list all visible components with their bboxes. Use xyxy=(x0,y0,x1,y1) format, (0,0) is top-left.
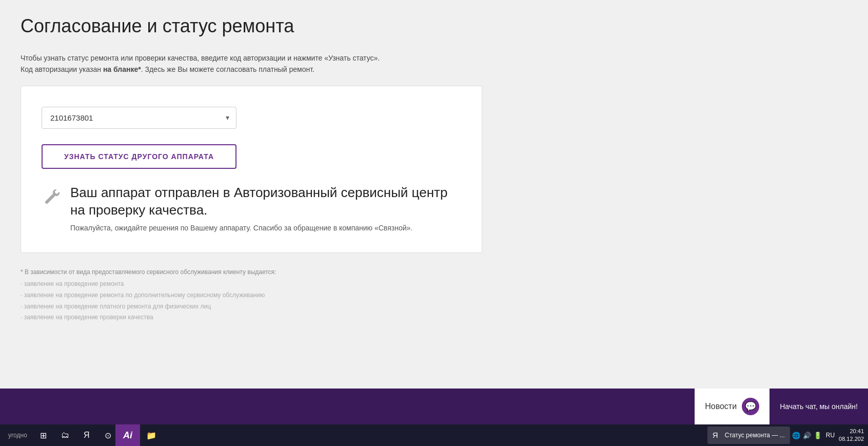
chat-cta-label: Начать чат, мы онлайн! xyxy=(780,402,858,411)
chrome-icon: ⊙ xyxy=(103,430,113,440)
chat-cta[interactable]: Начать чат, мы онлайн! xyxy=(770,389,868,424)
start-label: угодно xyxy=(8,432,27,439)
footnote-item: заявление на проведение ремонта xyxy=(21,279,482,290)
browser-tab-button[interactable]: Я Статус ремонта — ... xyxy=(707,426,790,444)
taskbar-right: 🌐 🔊 🔋 RU 20:41 08.12.202 xyxy=(792,428,864,443)
check-status-button[interactable]: УЗНАТЬ СТАТУС ДРУГОГО АППАРАТА xyxy=(42,144,236,169)
yandex-icon: Я xyxy=(82,430,92,440)
network-icon: 🌐 xyxy=(792,432,800,439)
status-text-block: Ваш аппарат отправлен в Авторизованный с… xyxy=(70,184,461,232)
dropdown-wrapper: 2101673801 ▾ xyxy=(42,107,236,129)
taskbar-left: угодно ⊞ 🗂 Я ⊙ 💬 📁 xyxy=(4,428,705,442)
footnote-block: * В зависимости от вида предоставляемого… xyxy=(21,263,482,328)
footnote-item: заявление на проведение платного ремонта… xyxy=(21,301,482,313)
language-indicator[interactable]: RU xyxy=(826,432,835,439)
chat-bubble-icon: 💬 xyxy=(742,398,759,415)
clock-display: 20:41 08.12.202 xyxy=(839,428,864,443)
date-value: 08.12.202 xyxy=(839,435,864,443)
taskbar: угодно ⊞ 🗂 Я ⊙ 💬 📁 Я Статус ремонта — ..… xyxy=(0,424,868,446)
news-section[interactable]: Новости 💬 xyxy=(695,389,770,424)
time-value: 20:41 xyxy=(839,428,864,435)
wrench-icon xyxy=(42,186,62,207)
status-card: 2101673801 ▾ УЗНАТЬ СТАТУС ДРУГОГО АППАР… xyxy=(21,86,482,254)
explorer-button[interactable]: 📁 xyxy=(142,428,161,442)
intro-text: Чтобы узнать статус ремонта или проверки… xyxy=(21,52,847,75)
auth-code-dropdown[interactable]: 2101673801 xyxy=(42,107,236,129)
footnote-list: заявление на проведение ремонтазаявление… xyxy=(21,279,482,323)
chrome-button[interactable]: ⊙ xyxy=(99,428,117,442)
intro-line1: Чтобы узнать статус ремонта или проверки… xyxy=(21,54,380,62)
blank-link[interactable]: на бланке* xyxy=(103,65,141,73)
footer-bar: Новости 💬 Начать чат, мы онлайн! xyxy=(0,389,868,424)
taskview-button[interactable]: ⊞ xyxy=(34,428,53,442)
footnote-title: * В зависимости от вида предоставляемого… xyxy=(21,268,482,276)
status-title: Ваш аппарат отправлен в Авторизованный с… xyxy=(70,184,461,219)
system-tray-icons: 🌐 🔊 🔋 xyxy=(792,432,822,439)
browser-app-icon: Я xyxy=(713,431,722,440)
page-title: Согласование и статус ремонта xyxy=(21,15,847,37)
footnote-item: заявление на проведение проверки качеств… xyxy=(21,312,482,323)
browser-tab-label: Статус ремонта — ... xyxy=(725,432,785,439)
intro-line2-end: . Здесь же Вы можете согласовать платный… xyxy=(141,65,314,73)
intro-line2-start: Код авторизации указан xyxy=(21,65,103,73)
taskbar-center: Я Статус ремонта — ... xyxy=(707,426,790,444)
start-area[interactable]: угодно xyxy=(4,430,31,441)
widgets-icon: 🗂 xyxy=(60,430,70,440)
svg-point-0 xyxy=(46,201,48,203)
news-chat-widget: Новости 💬 Начать чат, мы онлайн! xyxy=(695,389,868,424)
news-label: Новости xyxy=(705,402,737,411)
yandex-browser-button[interactable]: Я xyxy=(77,428,96,442)
widgets-button[interactable]: 🗂 xyxy=(56,428,74,442)
sound-icon: 🔊 xyxy=(803,432,811,439)
status-result: Ваш аппарат отправлен в Авторизованный с… xyxy=(42,184,461,232)
taskview-icon: ⊞ xyxy=(38,430,49,440)
folder-icon: 📁 xyxy=(146,430,156,440)
footnote-item: заявление на проведение ремонта по допол… xyxy=(21,290,482,301)
status-subtitle: Пожалуйста, ожидайте решения по Вашему а… xyxy=(70,224,461,232)
ai-logo[interactable]: Ai xyxy=(115,424,140,446)
main-content: Согласование и статус ремонта Чтобы узна… xyxy=(0,0,868,389)
battery-icon: 🔋 xyxy=(814,432,822,439)
